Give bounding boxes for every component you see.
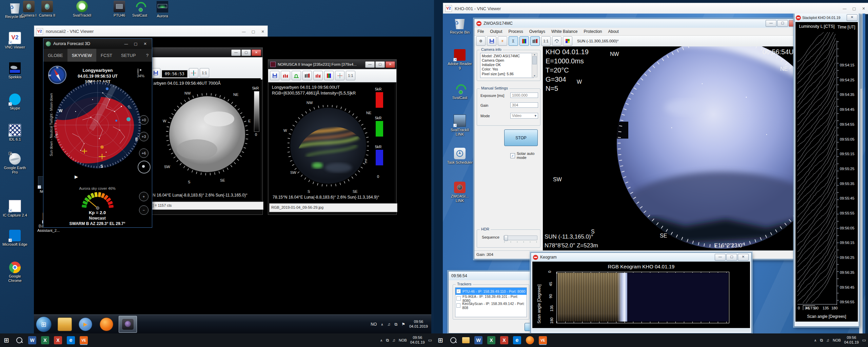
taskbar-icon-search[interactable] [449,336,457,344]
network-icon[interactable]: ⧉ [386,338,389,343]
trackers-window[interactable]: 09:56:54 Trackers ✓PTU-46 - IP: 158.39.4… [448,271,534,333]
remote-language-indicator[interactable]: NO [371,322,377,327]
hidden-toolbar-button[interactable] [151,68,160,78]
menu-white-balance[interactable]: White Balance [548,29,580,34]
menu-output[interactable]: Output [487,29,505,34]
close-button[interactable]: ✕ [847,14,857,21]
desktop-icon-idl-6-1[interactable]: IDL 6.1 [2,124,28,142]
stop-button[interactable]: STOP [504,129,538,146]
histogram-button[interactable] [281,71,290,80]
desktop-icon-microsoft-edge[interactable]: Microsoft Edge [2,230,28,247]
taskbar-icon-excel[interactable]: X [41,336,49,344]
media-player-icon[interactable]: ▶ [79,318,92,331]
maximize-button[interactable]: ▢ [777,20,788,27]
notification-icon[interactable]: ▭ [428,338,432,343]
maximize-button[interactable]: ▢ [375,61,385,68]
trackers-titlebar[interactable]: 09:56:54 [449,271,534,280]
desktop-icon-svalcast[interactable]: SvalCast [447,83,473,100]
minimize-button[interactable]: — [231,49,241,56]
save-button[interactable] [487,36,496,46]
taskbar-icon-edge[interactable]: e [513,336,521,344]
histogram-shift-button[interactable] [302,71,312,80]
wifi-button[interactable] [552,36,561,46]
sequence-slider[interactable] [504,236,537,240]
keogram-window[interactable]: Keogram — ▢ ✕ RGB Keogram KHO 04.01.19 S… [531,252,752,333]
aurora-forecast-window[interactable]: Aurora Forecast 3D — ▢ ✕ GLOBESKYVIEWFCS… [43,38,152,228]
close-button[interactable]: ✕ [252,49,261,56]
taskbar-icon-vnc[interactable]: VE [539,336,547,344]
tray-expand-icon[interactable]: ∧ [380,339,382,342]
play-button[interactable]: ▶ [75,174,78,179]
desktop-icon-task-scheduler[interactable]: Task Scheduler [447,148,473,165]
zoom-1-1-button[interactable]: 1:1 [346,71,355,80]
taskbar-icon-vnc[interactable]: VE [80,336,88,344]
norusca-titlebar[interactable]: NORUSCA II Image [235x231] Form [379x4..… [268,60,396,69]
taskbar-icon-start[interactable]: ⊞ [2,336,11,344]
taskbar-icon-explorer[interactable] [462,337,470,343]
zwo-titlebar[interactable]: ZWOASI174MC — ▢ ✕ [474,19,801,28]
desktop-icon-zwoasi-link[interactable]: ZWOASI... LINK [447,182,473,203]
host-language-indicator[interactable]: NOB [833,338,841,342]
volume-icon[interactable]: ♫ [826,338,829,343]
stretch-curve-button[interactable] [292,71,301,80]
vnc-window-left-titlebar[interactable]: V2 noruscaii2 - VNC Viewer — ▢ ✕ [34,25,268,37]
mode-dropdown[interactable]: Video ▾ [510,113,538,119]
tools-button[interactable]: ⚙ [476,36,486,46]
maximize-button[interactable]: ▢ [249,28,258,35]
allsky-gray-titlebar[interactable]: — ▢ ✕ [150,48,262,57]
desktop-icon-vnc-viewer[interactable]: V2VNC Viewer [2,32,28,49]
vnc-scrollbar-thumb[interactable] [860,14,862,89]
zoom-1-1-button[interactable]: 1:1 [541,36,551,46]
menu-protection[interactable]: Protection [580,29,605,34]
vnc-window-right-titlebar[interactable]: V2 KHO-001 - VNC Viewer — ▢ ✕ [443,3,868,14]
solar-auto-checkbox[interactable]: ✓ [510,153,515,158]
tab-skyview[interactable]: SKYVIEW [67,49,96,62]
maximize-button[interactable]: ▢ [241,49,251,56]
slider-thumb[interactable] [504,235,508,241]
minimize-button[interactable]: — [121,40,131,47]
volume-icon[interactable]: ♫ [392,338,395,343]
taskbar-icon-excel[interactable]: X [487,336,495,344]
close-button[interactable]: ✕ [258,28,268,35]
tracker-list-item[interactable]: FS-IKEA - IP: 158.39.49.101 - Port: 8080 [455,295,527,302]
network-icon[interactable]: ⧉ [820,338,823,343]
rgb-histogram-button[interactable] [519,36,529,46]
tray-expand-icon[interactable]: ∧ [381,323,383,326]
zoom-button-plus3[interactable]: +3 [139,132,149,141]
desktop-icon-ic-capture-2-4[interactable]: IC Capture 2.4 [2,200,28,218]
taskbar-icon-edge[interactable]: e [67,336,75,344]
histogram-export-button[interactable] [313,71,323,80]
menu-about[interactable]: About [605,29,622,34]
firefox-icon[interactable] [100,318,113,331]
desktop-icon-camera-ii[interactable]: Camera II [38,1,56,18]
tracker-checkbox[interactable] [456,296,461,301]
zoom-1-1-button[interactable]: 1:1 [200,68,209,78]
close-button[interactable]: ✕ [859,5,868,12]
tab-fcst[interactable]: FCST [96,49,117,62]
desktop-icon-recycle-bin[interactable]: Recycle Bin [447,18,473,35]
zwo-window[interactable]: ZWOASI174MC — ▢ ✕ FileOutputProcessOverl… [474,19,802,259]
menu-overlays[interactable]: Overlays [526,29,548,34]
zoom-in-button[interactable]: + [139,192,149,201]
desktop-icon-recycle-bin[interactable]: Recycle Bin [2,2,28,19]
tray-expand-icon[interactable]: ∧ [814,339,816,342]
minimize-button[interactable]: — [715,254,726,261]
menu-process[interactable]: Process [505,29,526,34]
host-clock-right[interactable]: 09:56 04.01.19 [844,335,859,345]
menu-file[interactable]: File [474,29,487,34]
trackers-listbox[interactable]: ✓PTU-46 - IP: 158.39.49.110 - Port: 8080… [455,287,527,317]
keogram-titlebar[interactable]: Keogram — ▢ ✕ [531,253,751,262]
taskbar-icon-search[interactable] [15,336,23,344]
remote-clock[interactable]: 09:56 04.01.2019 [409,320,428,329]
exposure-field[interactable]: 1000.000 [510,93,538,98]
solar-auto-mode-row[interactable]: ✓ Solar auto mode [510,151,543,160]
sigma-button[interactable]: Σ [509,36,518,46]
close-button[interactable]: ✕ [140,40,150,47]
save-button[interactable] [270,71,279,80]
crosshair-button[interactable] [189,68,198,78]
camera-info-scrollbar[interactable]: ▲ ▼ [532,53,537,77]
taskbar-icon-xd[interactable]: X [500,336,508,344]
minimize-button[interactable]: — [840,5,849,12]
gain-field[interactable]: 304 [510,102,538,108]
desktop-icon-google-earth-pro[interactable]: Google Earth Pro [2,153,28,174]
